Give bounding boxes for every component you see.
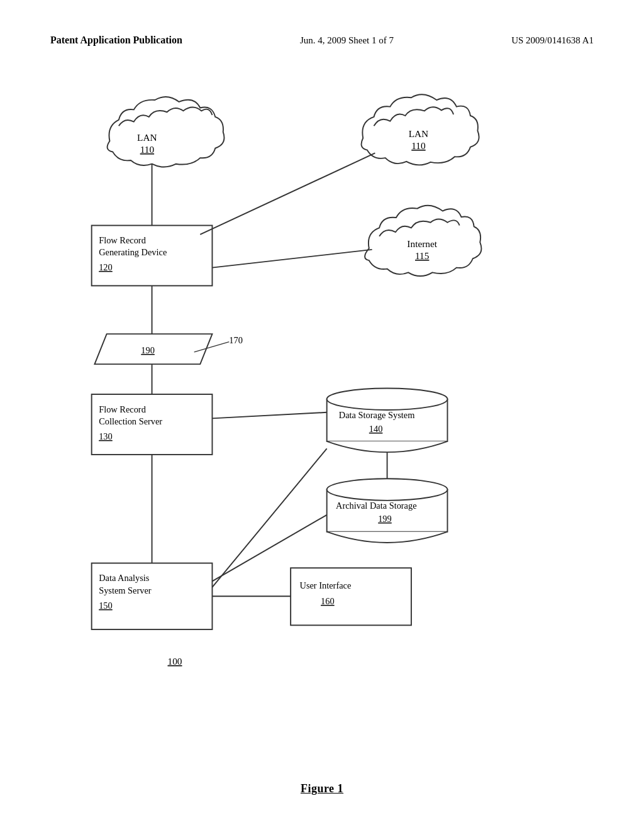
ui-line1: User Interface: [300, 580, 352, 590]
flow-col-line1: Flow Record: [99, 404, 146, 414]
flow-gen-line2: Generating Device: [99, 247, 167, 257]
svg-point-3: [327, 388, 448, 410]
header-center: Jun. 4, 2009 Sheet 1 of 7: [300, 35, 394, 46]
data-analysis-line2: System Server: [99, 585, 152, 595]
label-170: 170: [229, 335, 243, 345]
lan2-num: 110: [411, 140, 426, 151]
flow-gen-line1: Flow Record: [99, 235, 146, 245]
internet-num: 115: [415, 250, 430, 261]
header-right: US 2009/0141638 A1: [511, 35, 594, 46]
cloud-lan1: LAN 110: [108, 97, 225, 167]
data-storage-line1: Data Storage System: [339, 410, 415, 420]
lan1-label: LAN: [137, 132, 157, 143]
archival-storage-cylinder: Archival Data Storage 199: [327, 479, 448, 543]
cloud-lan2: LAN 110: [362, 94, 479, 165]
header-left: Patent Application Publication: [50, 35, 182, 46]
data-analysis-box: Data Analysis System Server 150: [92, 563, 213, 629]
data-storage-num: 140: [369, 424, 383, 434]
data-analysis-line1: Data Analysis: [99, 573, 150, 583]
flow-col-num: 130: [99, 431, 113, 441]
archival-num: 199: [378, 514, 392, 524]
device-190-num: 190: [141, 345, 155, 355]
figure-label: Figure 1: [301, 782, 343, 795]
internet-label: Internet: [407, 238, 437, 249]
data-analysis-num: 150: [99, 600, 113, 611]
flow-record-col-box: Flow Record Collection Server 130: [92, 394, 213, 455]
page: Patent Application Publication Jun. 4, 2…: [0, 0, 644, 830]
archival-line1: Archival Data Storage: [336, 501, 417, 511]
flow-gen-num: 120: [99, 262, 113, 272]
ui-num: 160: [321, 596, 335, 606]
flow-col-line2: Collection Server: [99, 416, 162, 426]
line-frcs-to-dss: [212, 412, 326, 419]
lan1-num: 110: [140, 144, 155, 155]
flow-record-gen-box: Flow Record Generating Device 120: [92, 226, 213, 286]
svg-rect-7: [291, 568, 411, 625]
line-internet-to-frgd: [212, 250, 372, 268]
data-storage-cylinder: Data Storage System 140: [327, 388, 448, 452]
svg-point-5: [327, 479, 448, 501]
cloud-internet: Internet 115: [365, 206, 481, 276]
lan2-label: LAN: [409, 128, 429, 139]
user-interface-box: User Interface 160: [291, 568, 411, 625]
diagram-svg: LAN 110 LAN 110 Internet 115 Flow Record…: [0, 57, 644, 792]
system-num-100: 100: [168, 656, 182, 667]
storage-device-190: 190: [94, 334, 212, 364]
line-dass-to-dss2: [212, 448, 326, 587]
line-lan2-to-frgd: [200, 153, 375, 234]
header: Patent Application Publication Jun. 4, 2…: [0, 35, 644, 46]
